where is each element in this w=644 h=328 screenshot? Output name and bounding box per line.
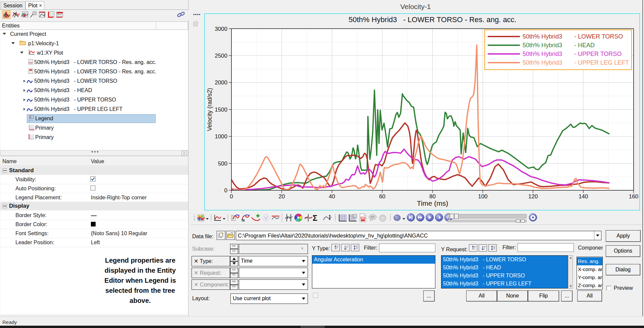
svg-text:1500: 1500 bbox=[215, 107, 227, 113]
svg-text:0: 0 bbox=[230, 193, 233, 200]
svg-text:fx: fx bbox=[241, 218, 245, 222]
svg-text:160: 160 bbox=[629, 193, 638, 200]
svg-text:50th% Hybrid3: 50th% Hybrid3 bbox=[523, 33, 562, 40]
svg-text:500: 500 bbox=[218, 160, 227, 167]
svg-text:3000: 3000 bbox=[215, 26, 227, 32]
svg-text:50th% Hybrid3: 50th% Hybrid3 bbox=[523, 42, 562, 49]
svg-text:- HEAD: - HEAD bbox=[574, 42, 595, 49]
svg-text:60: 60 bbox=[379, 193, 385, 200]
svg-text:1000: 1000 bbox=[215, 133, 227, 140]
svg-text:- LOWER TORSO: - LOWER TORSO bbox=[574, 33, 623, 40]
svg-text:2000: 2000 bbox=[215, 79, 227, 86]
svg-text:50th% Hybrid3: 50th% Hybrid3 bbox=[523, 59, 562, 66]
svg-text:0: 0 bbox=[224, 187, 227, 194]
svg-text:2500: 2500 bbox=[215, 53, 227, 59]
svg-text:Velocity (rad/s2): Velocity (rad/s2) bbox=[206, 88, 213, 131]
svg-text:- UPPER LEG LEFT: - UPPER LEG LEFT bbox=[574, 59, 629, 66]
svg-text:40: 40 bbox=[329, 193, 335, 200]
svg-text:50th% Hybrid3: 50th% Hybrid3 bbox=[523, 51, 562, 57]
svg-text:50th% Hybrid3 - LOWER TORSO: 50th% Hybrid3 - LOWER TORSO - Res. ang. … bbox=[348, 15, 516, 24]
svg-text:Time (ms): Time (ms) bbox=[417, 199, 448, 207]
svg-text:80: 80 bbox=[429, 193, 436, 200]
svg-text:140: 140 bbox=[579, 193, 588, 200]
svg-text:120: 120 bbox=[528, 193, 538, 200]
svg-text:20: 20 bbox=[278, 193, 285, 200]
svg-text:100: 100 bbox=[478, 193, 487, 200]
svg-text:- UPPER TORSO: - UPPER TORSO bbox=[574, 51, 622, 57]
